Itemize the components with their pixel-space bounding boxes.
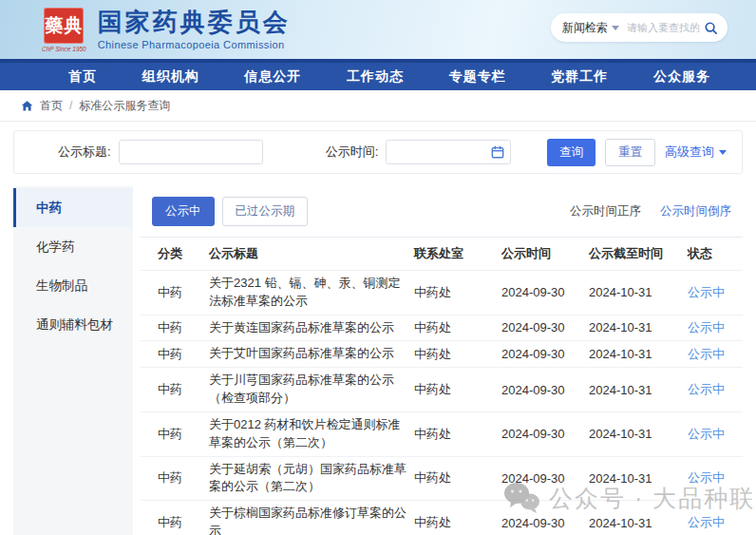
nav-item-party-work[interactable]: 党群工作	[551, 68, 608, 86]
row-category: 中药	[141, 469, 209, 487]
filter-title-label: 公示标题:	[58, 143, 111, 161]
row-dept: 中药处	[414, 319, 501, 336]
table-row: 中药关于延胡索（元胡）国家药品标准草案的公示（第二次）中药处2024-09-30…	[141, 456, 743, 501]
row-status-link[interactable]: 公示中	[688, 347, 725, 361]
filter-title-input[interactable]	[119, 140, 263, 164]
row-dept: 中药处	[414, 284, 501, 301]
sidebar-item-general-excipients[interactable]: 通则辅料包材	[13, 305, 133, 344]
row-publish-date: 2024-09-30	[501, 427, 589, 441]
row-status-link[interactable]: 公示中	[688, 382, 725, 396]
row-end-date: 2024-10-31	[589, 320, 688, 334]
filter-time-label: 公示时间:	[326, 143, 379, 161]
category-sidebar: 中药化学药生物制品通则辅料包材	[13, 186, 133, 535]
row-dept: 中药处	[414, 514, 501, 531]
row-status-link[interactable]: 公示中	[688, 515, 725, 529]
column-header: 分类	[141, 245, 209, 262]
row-publish-date: 2024-09-30	[501, 516, 589, 530]
table-row: 中药关于2321 铅、镉、砷、汞、铜测定法标准草案的公示中药处2024-09-3…	[141, 270, 743, 315]
advanced-query-label: 高级查询	[665, 143, 714, 161]
breadcrumb-separator: /	[69, 99, 72, 112]
row-publish-date: 2024-09-30	[501, 471, 589, 486]
row-dept: 中药处	[414, 381, 501, 398]
logo-caption: ChP Since 1950	[42, 46, 86, 52]
row-category: 中药	[141, 381, 209, 398]
table-row: 中药关于0212 药材和饮片检定通则标准草案的公示（第二次）中药处2024-09…	[141, 411, 743, 456]
nav-item-special-columns[interactable]: 专题专栏	[449, 68, 506, 86]
sidebar-item-chemical[interactable]: 化学药	[13, 227, 133, 266]
row-status-cell: 公示中	[688, 426, 743, 443]
row-category: 中药	[141, 319, 209, 336]
row-category: 中药	[141, 284, 209, 301]
row-title-link[interactable]: 关于黄连国家药品标准草案的公示	[209, 319, 414, 337]
row-end-date: 2024-10-31	[589, 516, 688, 530]
query-button[interactable]: 查询	[547, 139, 595, 166]
row-publish-date: 2024-09-30	[501, 347, 589, 361]
pharmacopoeia-seal-icon: 藥典	[44, 8, 84, 44]
nav-item-information[interactable]: 信息公开	[244, 68, 301, 86]
breadcrumb-current: 标准公示服务查询	[79, 98, 170, 114]
table-row: 中药关于川芎国家药品标准草案的公示（检查项部分）中药处2024-09-30202…	[141, 367, 743, 411]
row-status-cell: 公示中	[688, 469, 743, 487]
site-title: 国家药典委员会	[98, 9, 291, 36]
publicity-table: 分类公示标题联系处室公示时间公示截至时间状态 中药关于2321 铅、镉、砷、汞、…	[141, 237, 743, 535]
row-status-link[interactable]: 公示中	[688, 320, 725, 334]
sort-time-asc-link[interactable]: 公示时间正序	[570, 203, 641, 220]
row-status-link[interactable]: 公示中	[688, 427, 725, 441]
row-publish-date: 2024-09-30	[501, 320, 589, 334]
search-input[interactable]	[627, 22, 700, 33]
row-title-link[interactable]: 关于川芎国家药品标准草案的公示（检查项部分）	[209, 372, 414, 408]
row-publish-date: 2024-09-30	[501, 285, 589, 299]
column-header: 联系处室	[414, 245, 501, 262]
chevron-down-icon	[719, 150, 727, 155]
row-title-link[interactable]: 关于延胡索（元胡）国家药品标准草案的公示（第二次）	[209, 461, 414, 497]
column-header: 状态	[688, 245, 743, 262]
row-end-date: 2024-10-31	[589, 383, 688, 397]
row-dept: 中药处	[414, 426, 501, 443]
nav-item-public-service[interactable]: 公众服务	[653, 68, 710, 86]
search-category-label: 新闻检索	[562, 20, 608, 36]
site-header: 藥典 ChP Since 1950 国家药典委员会 Chinese Pharma…	[0, 0, 756, 59]
row-dept: 中药处	[414, 469, 501, 487]
table-row: 中药关于艾叶国家药品标准草案的公示中药处2024-09-302024-10-31…	[141, 340, 743, 367]
calendar-icon[interactable]	[491, 145, 504, 159]
row-category: 中药	[141, 514, 209, 531]
site-logo: 藥典 ChP Since 1950	[42, 8, 86, 52]
table-row: 中药关于黄连国家药品标准草案的公示中药处2024-09-302024-10-31…	[141, 315, 743, 341]
nav-item-home[interactable]: 首页	[68, 68, 97, 86]
site-subtitle: Chinese Pharmacopoeia Commission	[98, 39, 291, 50]
table-header: 分类公示标题联系处室公示时间公示截至时间状态	[141, 237, 743, 270]
row-title-link[interactable]: 关于2321 铅、镉、砷、汞、铜测定法标准草案的公示	[209, 275, 414, 311]
row-title-link[interactable]: 关于棕榈国家药品标准修订草案的公示	[209, 505, 414, 535]
row-status-link[interactable]: 公示中	[688, 470, 725, 485]
sidebar-item-biological[interactable]: 生物制品	[13, 266, 133, 305]
home-icon	[21, 100, 33, 112]
advanced-query-link[interactable]: 高级查询	[665, 143, 727, 161]
column-header: 公示时间	[501, 245, 589, 262]
chevron-down-icon	[612, 26, 619, 30]
tab-in-publicity[interactable]: 公示中	[152, 197, 215, 226]
nav-item-organization[interactable]: 组织机构	[142, 68, 199, 86]
row-category: 中药	[141, 426, 209, 443]
breadcrumb-home[interactable]: 首页	[40, 98, 63, 114]
filter-bar: 公示标题: 公示时间: 查询 重置 高级查询	[13, 130, 743, 174]
sidebar-item-tcm[interactable]: 中药	[13, 188, 133, 227]
nav-item-work-news[interactable]: 工作动态	[347, 68, 404, 86]
sort-time-desc-link[interactable]: 公示时间倒序	[660, 203, 731, 220]
row-title-link[interactable]: 关于艾叶国家药品标准草案的公示	[209, 345, 414, 363]
row-status-cell: 公示中	[688, 284, 743, 301]
row-title-link[interactable]: 关于0212 药材和饮片检定通则标准草案的公示（第二次）	[209, 416, 414, 452]
results-panel: 公示中 已过公示期 公示时间正序 公示时间倒序 分类公示标题联系处室公示时间公示…	[141, 186, 743, 535]
search-button[interactable]	[700, 21, 718, 35]
row-status-cell: 公示中	[688, 514, 743, 531]
row-status-cell: 公示中	[688, 346, 743, 363]
reset-button[interactable]: 重置	[605, 139, 655, 166]
row-status-link[interactable]: 公示中	[688, 285, 725, 299]
row-category: 中药	[141, 346, 209, 363]
tab-expired-publicity[interactable]: 已过公示期	[222, 197, 309, 226]
row-end-date: 2024-10-31	[589, 285, 688, 299]
search-category-select[interactable]: 新闻检索	[562, 20, 619, 36]
column-header: 公示标题	[209, 245, 414, 263]
table-row: 中药关于棕榈国家药品标准修订草案的公示中药处2024-09-302024-10-…	[141, 500, 743, 535]
news-search-bar: 新闻检索	[551, 13, 728, 42]
main-nav: 首页组织机构信息公开工作动态专题专栏党群工作公众服务	[0, 59, 756, 90]
